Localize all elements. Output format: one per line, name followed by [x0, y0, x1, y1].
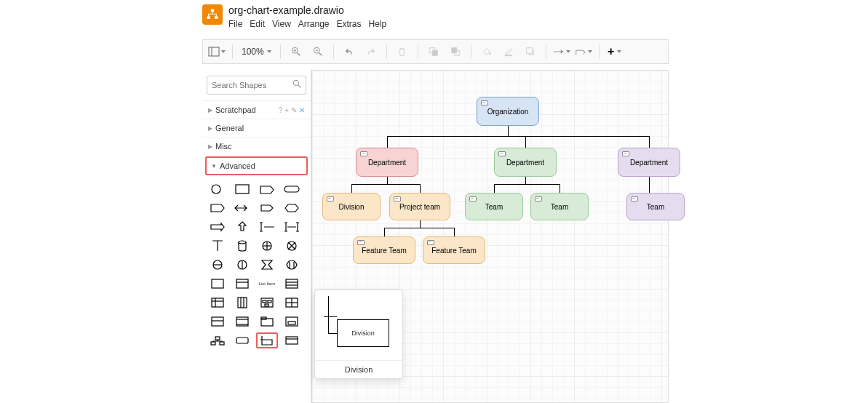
node-project-team[interactable]: Project team	[389, 193, 450, 220]
collapse-icon[interactable]	[427, 240, 434, 245]
shape-cell[interactable]	[207, 200, 228, 216]
svg-rect-2	[215, 16, 218, 19]
menu-view[interactable]: View	[272, 19, 291, 29]
shape-cell[interactable]	[231, 332, 253, 348]
connector	[384, 228, 385, 236]
shape-cell[interactable]	[281, 200, 303, 216]
shape-cell[interactable]	[207, 314, 228, 330]
node-team[interactable]: Team	[626, 193, 685, 220]
shape-cell[interactable]	[231, 257, 253, 273]
separator	[599, 44, 600, 59]
shape-cell[interactable]	[281, 295, 303, 311]
chevron-down-icon: ▼	[211, 163, 217, 169]
shape-cell[interactable]	[281, 219, 303, 235]
node-team[interactable]: Team	[530, 193, 589, 220]
shape-cell[interactable]	[207, 332, 228, 348]
shape-cell[interactable]	[207, 219, 228, 235]
to-front-icon[interactable]	[424, 42, 443, 61]
section-general[interactable]: ▶ General	[202, 119, 311, 137]
shape-cell[interactable]	[281, 181, 303, 197]
svg-rect-39	[286, 279, 298, 288]
node-feature-team[interactable]: Feature Team	[353, 236, 415, 264]
waypoints-icon[interactable]	[574, 42, 593, 61]
shape-cell[interactable]	[231, 314, 253, 330]
add-icon[interactable]: +	[284, 106, 289, 114]
shape-cell[interactable]	[256, 257, 278, 273]
shape-cell[interactable]	[256, 219, 278, 235]
shape-cell[interactable]	[256, 200, 278, 216]
shape-cell[interactable]	[231, 219, 253, 235]
shape-cell[interactable]	[207, 238, 228, 254]
shape-cell[interactable]	[281, 257, 303, 273]
shape-cell[interactable]	[231, 200, 253, 216]
shape-cell[interactable]	[207, 295, 228, 311]
to-back-icon[interactable]	[446, 42, 465, 61]
insert-button[interactable]: +	[605, 42, 624, 61]
connector	[351, 184, 420, 185]
zoom-level[interactable]: 100%	[239, 47, 274, 57]
shape-cell[interactable]	[256, 181, 278, 197]
shape-cell[interactable]	[281, 332, 303, 348]
collapse-icon[interactable]	[498, 151, 506, 156]
shape-cell[interactable]	[281, 314, 303, 330]
shape-cell[interactable]: List Item	[256, 276, 278, 292]
shadow-icon[interactable]	[521, 42, 540, 61]
shape-cell[interactable]	[256, 295, 278, 311]
node-department[interactable]: Department	[618, 148, 680, 177]
section-misc[interactable]: ▶ Misc	[202, 137, 311, 155]
zoom-in-icon[interactable]	[287, 42, 306, 61]
shape-cell[interactable]	[281, 238, 303, 254]
svg-rect-3	[209, 47, 219, 56]
fill-icon[interactable]	[477, 42, 496, 61]
search-input[interactable]	[207, 76, 306, 95]
node-organization[interactable]: Organization	[477, 97, 539, 126]
collapse-icon[interactable]	[394, 196, 401, 202]
collapse-icon[interactable]	[481, 100, 488, 105]
line-color-icon[interactable]	[499, 42, 518, 61]
node-team[interactable]: Team	[465, 193, 523, 220]
section-advanced[interactable]: ▼ Advanced	[205, 156, 308, 175]
shape-cell[interactable]	[207, 181, 228, 197]
collapse-icon[interactable]	[469, 196, 477, 202]
shape-cell[interactable]	[256, 238, 278, 254]
connection-icon[interactable]	[552, 42, 571, 61]
chevron-right-icon: ▶	[208, 143, 212, 150]
shape-cell[interactable]	[231, 238, 253, 254]
collapse-icon[interactable]	[357, 240, 365, 245]
close-icon[interactable]: ✕	[299, 106, 305, 114]
menu-extras[interactable]: Extras	[337, 19, 362, 29]
collapse-icon[interactable]	[622, 151, 629, 156]
section-scratchpad[interactable]: ▶ Scratchpad ? + ✎ ✕	[202, 100, 311, 119]
help-icon[interactable]: ?	[279, 106, 283, 114]
delete-icon[interactable]	[393, 42, 412, 61]
node-department[interactable]: Department	[356, 148, 418, 177]
shape-cell[interactable]	[281, 276, 303, 292]
advanced-shape-grid: List Item	[202, 177, 311, 353]
shape-cell[interactable]	[231, 181, 253, 197]
shape-division[interactable]	[256, 332, 278, 348]
edit-icon[interactable]: ✎	[291, 106, 297, 114]
node-label: Department	[630, 159, 668, 167]
redo-icon[interactable]	[362, 42, 381, 61]
menu-edit[interactable]: Edit	[250, 19, 265, 29]
collapse-icon[interactable]	[631, 196, 638, 202]
view-button[interactable]	[207, 42, 226, 61]
collapse-icon[interactable]	[535, 196, 542, 202]
shape-cell[interactable]	[207, 257, 228, 273]
menu-arrange[interactable]: Arrange	[298, 19, 330, 29]
node-division[interactable]: Division	[322, 193, 381, 220]
zoom-out-icon[interactable]	[308, 42, 327, 61]
menu-file[interactable]: File	[228, 19, 242, 29]
list-item-label: List Item	[259, 282, 276, 286]
node-feature-team[interactable]: Feature Team	[423, 236, 485, 264]
shape-cell[interactable]	[231, 295, 253, 311]
undo-icon[interactable]	[340, 42, 359, 61]
node-department[interactable]: Department	[494, 148, 557, 177]
file-title[interactable]: org-chart-example.drawio	[228, 4, 386, 16]
shape-cell[interactable]	[256, 314, 278, 330]
menu-help[interactable]: Help	[369, 19, 387, 29]
collapse-icon[interactable]	[360, 151, 367, 156]
shape-cell[interactable]	[231, 276, 253, 292]
collapse-icon[interactable]	[327, 196, 334, 202]
shape-cell[interactable]	[207, 276, 228, 292]
